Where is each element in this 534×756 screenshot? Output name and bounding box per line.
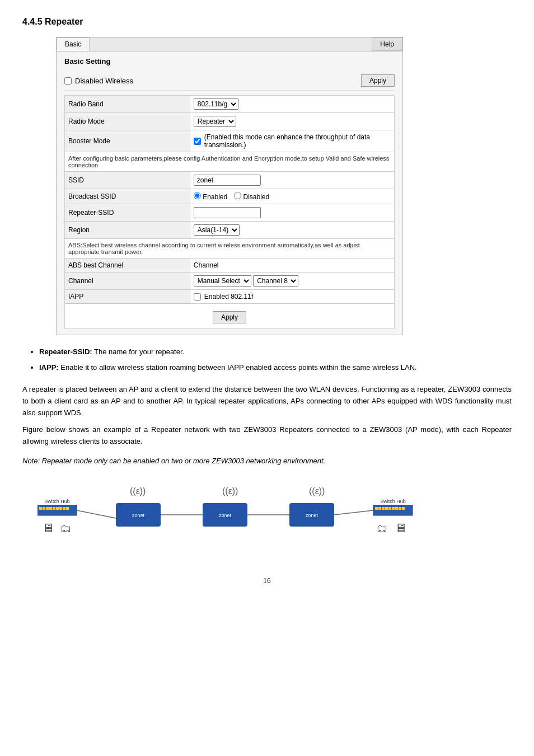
tab-basic[interactable]: Basic [57, 37, 90, 51]
radio-band-value: 802.11b/g [190, 96, 394, 113]
radio-mode-label: Radio Mode [65, 113, 190, 130]
repeater-ssid-label: Repeater-SSID [65, 204, 190, 222]
bullet-list: Repeater-SSID: The name for your repeate… [39, 346, 512, 373]
apply-button[interactable]: Apply [213, 311, 246, 323]
bullet-item-2: IAPP: Enable it to allow wireless statio… [39, 362, 512, 373]
antenna-2: ((ε)) [222, 486, 238, 496]
region-value: Asia(1-14) [190, 222, 394, 239]
iapp-value: Enabled 802.11f [190, 290, 394, 304]
port5 [53, 507, 55, 510]
disabled-wireless-label: Disabled Wireless [75, 77, 133, 85]
broadcast-ssid-disabled-radio[interactable] [234, 192, 241, 199]
broadcast-ssid-row: Broadcast SSID Enabled Disabled [65, 189, 395, 204]
disabled-wireless-left: Disabled Wireless [64, 77, 133, 85]
radio-mode-select[interactable]: Repeater [194, 116, 236, 127]
channel-select-num[interactable]: Channel 8 [253, 275, 298, 287]
iapp-row: IAPP Enabled 802.11f [65, 290, 395, 304]
router-3-label: zonet [306, 513, 318, 518]
port7 [59, 507, 62, 510]
apply-row: Apply [65, 304, 395, 329]
booster-mode-checkbox[interactable] [194, 138, 201, 145]
abs-best-channel-row: ABS best Channel Channel [65, 259, 395, 273]
rport3 [382, 507, 385, 510]
disabled-wireless-row: Disabled Wireless Apply [64, 71, 395, 91]
switch-hub-label-left: Switch Hub [44, 499, 70, 504]
info-row: After configuring basic parameters,pleas… [65, 152, 395, 172]
section-title: Basic Setting [64, 57, 395, 65]
rport5 [388, 507, 391, 510]
abs-best-channel-value: Channel [190, 259, 394, 273]
bullet-term-1: Repeater-SSID: [39, 348, 92, 356]
pc-icon-right1: 🖥 [395, 521, 407, 535]
port4 [49, 507, 52, 510]
iapp-label: IAPP [65, 290, 190, 304]
booster-mode-label: Booster Mode [65, 130, 190, 152]
network-diagram: Switch Hub 🖥 🗂 ((ε)) zonet ((ε)) zonet (… [22, 471, 512, 560]
rport6 [392, 507, 395, 510]
body-para-2: Figure below shows an example of a Repea… [22, 424, 512, 448]
rport2 [378, 507, 381, 510]
apply-row-container: Apply [68, 307, 391, 326]
repeater-ssid-input[interactable] [194, 207, 261, 218]
abs-info-row: ABS:Select best wireless channel accordi… [65, 239, 395, 259]
tab-help[interactable]: Help [372, 37, 402, 51]
repeater-ssid-row: Repeater-SSID [65, 204, 395, 222]
radio-band-row: Radio Band 802.11b/g [65, 96, 395, 113]
note-text: Note: Repeater mode only can be enabled … [22, 457, 512, 465]
rport4 [385, 507, 388, 510]
booster-mode-row: Booster Mode (Enabled this mode can enha… [65, 130, 395, 152]
conn-left [77, 510, 116, 518]
broadcast-ssid-disabled-label: Disabled [234, 192, 269, 201]
diagram-svg: Switch Hub 🖥 🗂 ((ε)) zonet ((ε)) zonet (… [38, 471, 496, 560]
switch-hub-label-right: Switch Hub [380, 499, 406, 504]
ssid-value [190, 172, 394, 189]
settings-table: Radio Band 802.11b/g Radio Mode Repeater [64, 95, 395, 329]
booster-mode-value: (Enabled this mode can enhance the throu… [190, 130, 394, 152]
booster-mode-checkbox-row: (Enabled this mode can enhance the throu… [194, 133, 391, 149]
rport1 [375, 507, 378, 510]
abs-best-channel-label: ABS best Channel [65, 259, 190, 273]
pc-icon-left1: 🖥 [42, 521, 54, 535]
channel-row: Channel Manual Select Channel 8 [65, 273, 395, 290]
radio-band-select[interactable]: 802.11b/g [194, 98, 238, 110]
disabled-wireless-apply-button[interactable]: Apply [361, 74, 395, 87]
port3 [46, 507, 49, 510]
channel-select-mode[interactable]: Manual Select [194, 275, 251, 287]
rport9 [402, 507, 405, 510]
ssid-label: SSID [65, 172, 190, 189]
region-select[interactable]: Asia(1-14) [194, 224, 240, 236]
ssid-input[interactable] [194, 175, 261, 186]
broadcast-ssid-radio-group: Enabled Disabled [194, 192, 391, 201]
port9 [66, 507, 69, 510]
disabled-wireless-checkbox[interactable] [64, 77, 72, 84]
channel-label: Channel [65, 273, 190, 290]
region-label: Region [65, 222, 190, 239]
settings-panel: Basic Help Basic Setting Disabled Wirele… [56, 37, 403, 335]
region-row: Region Asia(1-14) [65, 222, 395, 239]
folder-icon-left: 🗂 [60, 522, 71, 534]
radio-mode-row: Radio Mode Repeater [65, 113, 395, 130]
radio-band-label: Radio Band [65, 96, 190, 113]
info-text: After configuring basic parameters,pleas… [65, 152, 395, 172]
port8 [63, 507, 65, 510]
broadcast-ssid-value: Enabled Disabled [190, 189, 394, 204]
switch-box-left [38, 505, 77, 515]
broadcast-ssid-enabled-radio[interactable] [194, 192, 201, 199]
broadcast-ssid-label: Broadcast SSID [65, 189, 190, 204]
conn-right [334, 510, 373, 515]
panel-content: Basic Setting Disabled Wireless Apply Ra… [57, 51, 402, 335]
router-2-label: zonet [219, 513, 232, 518]
bullet-desc-2: Enable it to allow wireless station roam… [60, 363, 416, 372]
broadcast-ssid-enabled-label: Enabled [194, 192, 227, 201]
bullet-desc-1: The name for your repeater. [94, 348, 184, 356]
ssid-row: SSID [65, 172, 395, 189]
iapp-checkbox[interactable] [194, 293, 201, 300]
iapp-text: Enabled 802.11f [204, 293, 253, 300]
port6 [56, 507, 59, 510]
body-para-1: A repeater is placed between an AP and a… [22, 384, 512, 419]
rport7 [395, 507, 398, 510]
page-number: 16 [22, 577, 512, 585]
folder-icon-right: 🗂 [376, 522, 387, 534]
panel-tabs: Basic Help [57, 37, 402, 51]
antenna-1: ((ε)) [130, 486, 146, 496]
